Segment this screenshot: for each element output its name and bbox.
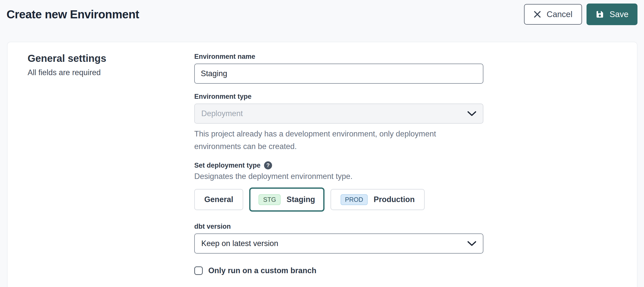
settings-form: Environment name Environment type Deploy… xyxy=(194,53,483,275)
cancel-button[interactable]: Cancel xyxy=(524,4,582,25)
environment-name-input[interactable] xyxy=(194,64,483,84)
prod-badge: PROD xyxy=(341,194,368,205)
deployment-type-label: Set deployment type xyxy=(194,162,261,169)
help-icon[interactable]: ? xyxy=(264,161,272,169)
deployment-type-options: General STG Staging PROD Production xyxy=(194,187,483,212)
section-heading: General settings xyxy=(28,53,194,64)
section-subheading: All fields are required xyxy=(28,68,194,77)
cancel-button-label: Cancel xyxy=(547,10,572,19)
dbt-version-field: dbt version Keep on latest version xyxy=(194,223,483,254)
environment-name-label: Environment name xyxy=(194,53,483,61)
dbt-version-label: dbt version xyxy=(194,223,483,230)
custom-branch-label: Only run on a custom branch xyxy=(208,266,316,275)
save-button-label: Save xyxy=(610,10,628,19)
header-actions: Cancel Save xyxy=(524,4,637,25)
save-button[interactable]: Save xyxy=(587,4,637,25)
close-icon xyxy=(534,11,541,18)
deployment-type-option-label: General xyxy=(204,195,233,204)
environment-type-field: Environment type Deployment This project… xyxy=(194,93,483,153)
chevron-down-icon xyxy=(467,111,476,116)
section-intro: General settings All fields are required xyxy=(28,53,194,275)
custom-branch-checkbox[interactable] xyxy=(194,266,203,275)
stg-badge: STG xyxy=(259,194,280,205)
deployment-type-field: Set deployment type ? Designates the dep… xyxy=(194,161,483,212)
deployment-type-option-label: Staging xyxy=(287,195,315,204)
environment-type-selected-value: Deployment xyxy=(201,109,243,118)
custom-branch-row[interactable]: Only run on a custom branch xyxy=(194,266,483,275)
floppy-disk-icon xyxy=(596,10,604,19)
deployment-type-option-general[interactable]: General xyxy=(194,189,243,210)
general-settings-card: General settings All fields are required… xyxy=(7,42,637,287)
deployment-type-option-label: Production xyxy=(374,195,415,204)
deployment-type-option-production[interactable]: PROD Production xyxy=(331,189,425,210)
deployment-type-option-staging[interactable]: STG Staging xyxy=(249,187,324,212)
environment-type-helper-text: This project already has a development e… xyxy=(194,128,483,153)
chevron-down-icon xyxy=(467,241,476,246)
environment-name-field: Environment name xyxy=(194,53,483,84)
page-header: Create new Environment Cancel Save xyxy=(0,0,644,27)
environment-type-label: Environment type xyxy=(194,93,483,101)
dbt-version-select[interactable]: Keep on latest version xyxy=(194,233,483,254)
dbt-version-selected-value: Keep on latest version xyxy=(201,239,278,248)
deployment-type-description: Designates the deployment environment ty… xyxy=(194,172,483,181)
page-title: Create new Environment xyxy=(7,8,139,21)
environment-type-select: Deployment xyxy=(194,104,483,124)
